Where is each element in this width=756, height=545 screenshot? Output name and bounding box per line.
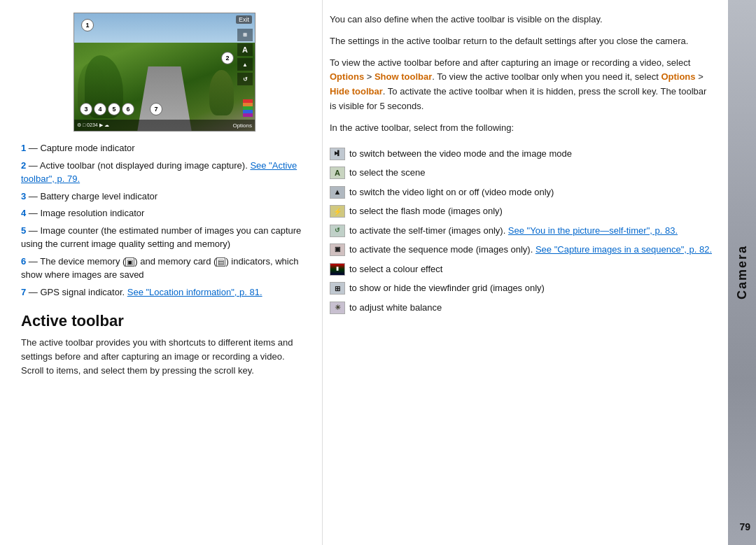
item-text-6: — The device memory ( <box>29 256 125 267</box>
item-num-4: 4 <box>21 208 26 218</box>
indicator-7: 7 <box>150 103 162 115</box>
exit-label: Exit <box>236 15 252 24</box>
video-light-icon: ▲ <box>330 186 345 199</box>
options-link-1[interactable]: Options <box>330 71 364 82</box>
tl-text-5: to activate the self-timer (images only)… <box>349 224 678 238</box>
camera-preview: 1 2 3 4 5 6 <box>74 13 255 132</box>
right-para-3: To view the active toolbar before and af… <box>330 56 714 114</box>
list-item: ▶▌ to switch between the video mode and … <box>330 147 714 161</box>
scene-icon: A <box>330 167 345 179</box>
preview-image: 1 2 3 4 5 6 <box>74 13 255 131</box>
item-text-3: — Battery charge level indicator <box>29 191 158 201</box>
sidebar-label: Camera <box>735 245 750 299</box>
right-para-1: You can also define when the active tool… <box>330 13 714 27</box>
item-list: 1 — Capture mode indicator 2 — Active to… <box>21 141 308 302</box>
list-item: ↺ to activate the self-timer (images onl… <box>330 224 714 238</box>
tl-text-9: to adjust white balance <box>349 301 442 315</box>
color-palette <box>243 99 253 117</box>
viewfinder-grid-icon: ⊞ <box>330 282 345 295</box>
sequence-icon: ▣ <box>330 243 345 256</box>
item-num-2: 2 <box>21 160 26 171</box>
list-item: 5 — Image counter (the estimated number … <box>21 224 308 251</box>
self-timer-link[interactable]: See "You in the picture—self-timer", p. … <box>508 225 678 236</box>
location-link[interactable]: See "Location information", p. 81. <box>127 287 262 297</box>
hide-toolbar-link[interactable]: Hide toolbar <box>330 86 383 97</box>
sidebar: Camera 79 <box>728 0 756 545</box>
list-item: 7 — GPS signal indicator. See "Location … <box>21 285 308 299</box>
list-item: ⊞ to show or hide the viewfinder grid (i… <box>330 281 714 295</box>
list-item: ☀ to adjust white balance <box>330 301 714 315</box>
white-balance-icon: ☀ <box>330 302 345 314</box>
list-item: A to select the scene <box>330 166 714 180</box>
colour-effect-icon: ▮ <box>330 263 345 276</box>
toolbar-icon-2: A <box>237 43 253 56</box>
item-text-5: — Image counter (the estimated number of… <box>21 225 301 250</box>
left-column: 1 2 3 4 5 6 <box>0 0 322 545</box>
flash-mode-icon: ⚡ <box>330 205 345 218</box>
item-num-5: 5 <box>21 225 26 236</box>
item-text-6b: ) and memory card ( <box>134 256 216 267</box>
right-para-2: The settings in the active toolbar retur… <box>330 34 714 49</box>
tl-text-2: to select the scene <box>349 166 425 180</box>
sequence-link[interactable]: See "Capture images in a sequence", p. 8… <box>536 244 712 255</box>
list-item: 2 — Active toolbar (not displayed during… <box>21 159 308 186</box>
preview-bottom-bar: ⚙ □ 0234 ▶ ☁ Options <box>74 120 255 131</box>
self-timer-icon: ↺ <box>330 225 345 237</box>
preview-bottom-info: ⚙ □ 0234 ▶ ☁ <box>77 122 109 128</box>
indicator-1: 1 <box>81 19 94 31</box>
item-text-1: — Capture mode indicator <box>29 143 135 153</box>
toolbar-icons: ⊞ A ▲ ↺ <box>237 29 253 85</box>
mem-card-icon: ▤ <box>216 257 225 267</box>
toolbar-list: ▶▌ to switch between the video mode and … <box>330 147 714 320</box>
video-mode-icon: ▶▌ <box>330 148 345 160</box>
section-title: Active toolbar <box>21 312 308 330</box>
list-item: ▲ to switch the video light on or off (v… <box>330 185 714 199</box>
indicator-3: 3 <box>80 103 92 115</box>
list-item: ▮ to select a colour effect <box>330 262 714 276</box>
item-num-6: 6 <box>21 256 26 267</box>
indicator-2: 2 <box>221 52 234 64</box>
list-item: 4 — Image resolution indicator <box>21 206 308 220</box>
sky-overlay <box>74 13 255 43</box>
list-item: ⚡ to select the flash mode (images only) <box>330 204 714 218</box>
tl-text-3: to switch the video light on or off (vid… <box>349 185 554 199</box>
item-text-2: — Active toolbar (not displayed during i… <box>29 160 251 171</box>
tl-text-7: to select a colour effect <box>349 262 442 276</box>
indicator-6: 6 <box>122 103 134 115</box>
tl-text-4: to select the flash mode (images only) <box>349 204 503 218</box>
options-label: Options <box>232 122 252 129</box>
item-num-1: 1 <box>21 143 26 153</box>
list-item: 3 — Battery charge level indicator <box>21 190 308 204</box>
toolbar-icon-3: ▲ <box>237 58 253 71</box>
toolbar-icon-1: ⊞ <box>237 29 253 41</box>
show-toolbar-link[interactable]: Show toolbar <box>374 71 432 82</box>
tl-text-6: to activate the sequence mode (images on… <box>349 243 712 257</box>
right-column: You can also define when the active tool… <box>322 0 728 545</box>
tl-text-8: to show or hide the viewfinder grid (ima… <box>349 281 545 295</box>
right-para-4: In the active toolbar, select from the f… <box>330 121 714 136</box>
section-body: The active toolbar provides you with sho… <box>21 336 308 378</box>
list-item: 6 — The device memory (▣) and memory car… <box>21 255 308 282</box>
toolbar-icon-4: ↺ <box>237 73 253 85</box>
item-text-7: — GPS signal indicator. <box>29 287 127 297</box>
device-mem-icon: ▣ <box>125 257 134 267</box>
list-item: 1 — Capture mode indicator <box>21 141 308 155</box>
indicator-4: 4 <box>94 103 106 115</box>
item-text-4: — Image resolution indicator <box>29 208 144 218</box>
tl-text-1: to switch between the video mode and the… <box>349 147 572 161</box>
active-toolbar-section: Active toolbar The active toolbar provid… <box>21 302 308 378</box>
list-item: ▣ to activate the sequence mode (images … <box>330 243 714 257</box>
item-num-7: 7 <box>21 287 26 297</box>
indicator-5: 5 <box>108 103 120 115</box>
page-number: 79 <box>739 521 750 532</box>
options-link-2[interactable]: Options <box>661 71 695 82</box>
item-num-3: 3 <box>21 191 26 201</box>
